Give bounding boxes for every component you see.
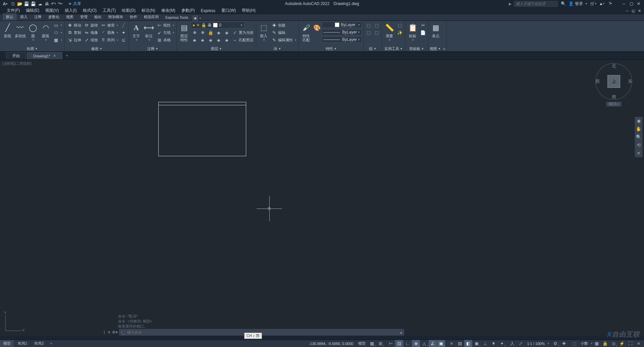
polar-toggle[interactable]: ⊕▾ (412, 340, 420, 347)
drawing-area[interactable]: [-][俯视][二维线框] YX 北 南 西 东 上 WCS▾ ◉ ✋ 🔍 ⟲ … (0, 60, 644, 336)
rtab-annotate[interactable]: 注释 (31, 13, 45, 20)
rtab-collab[interactable]: 协作 (126, 13, 141, 20)
layer-combo[interactable]: ● ☀ 🔓 🖶 0 ▼ (191, 22, 245, 28)
lineweight-combo[interactable]: ByLayer▼ (322, 29, 362, 35)
text-button[interactable]: A文字▼ (130, 22, 142, 46)
mirror-button[interactable]: ⇋镜像 (83, 29, 99, 36)
annotation-scale[interactable]: 1:1 / 100% (525, 342, 547, 346)
selection-filter[interactable]: ▼ (489, 340, 497, 347)
viewcube[interactable]: 北 南 西 东 上 WCS▾ (594, 63, 634, 107)
redo-icon[interactable]: ↷▾ (57, 1, 63, 7)
annotation-visibility[interactable]: 人 (508, 340, 516, 347)
menu-window[interactable]: 窗口(W) (219, 7, 238, 14)
edit-block-btn[interactable]: ✎编辑 (270, 29, 297, 36)
menu-insert[interactable]: 插入(I) (62, 7, 79, 14)
viewcube-east[interactable]: 东 (628, 78, 632, 84)
nav-showmotion-icon[interactable]: ≡ (635, 149, 642, 157)
viewport-label[interactable]: [-][俯视][二维线框] (2, 61, 32, 66)
rtab-output[interactable]: 输出 (91, 13, 105, 20)
wcs-badge[interactable]: WCS▾ (606, 102, 621, 106)
copy-clip-btn[interactable]: 📄 (419, 29, 427, 36)
nav-wheel-icon[interactable]: ◉ (635, 117, 642, 125)
rtab-manage[interactable]: 管理 (77, 13, 91, 20)
menu-tools[interactable]: 工具(T) (100, 7, 118, 14)
set-current-btn[interactable]: ✓置为当前 (231, 29, 255, 36)
rectangle-button[interactable]: ▭▾ (52, 22, 63, 28)
trim-button[interactable]: ✂修剪▾ (100, 22, 119, 28)
quick-props[interactable]: ▦ (593, 340, 601, 347)
rtab-express[interactable]: Express Tools (162, 14, 192, 20)
new-icon[interactable]: 🗋 (10, 1, 16, 7)
erase-button[interactable]: ╱ (120, 22, 127, 28)
workspace-switch[interactable]: ⚙▾ (551, 340, 559, 347)
chevron-down-icon[interactable]: ▾ (200, 17, 201, 20)
menu-dimension[interactable]: 标注(N) (139, 7, 158, 14)
autodesk-app-icon[interactable]: ▲▾ (598, 0, 605, 7)
color-combo[interactable]: ByLayer▼ (322, 22, 362, 28)
menu-view[interactable]: 视图(V) (43, 7, 61, 14)
cmd-close-icon[interactable]: ✕ (107, 330, 111, 335)
grid-toggle[interactable]: ▦▾ (368, 340, 376, 347)
panel-modify-title[interactable]: 修改▼ (66, 46, 127, 51)
isodraft-toggle[interactable]: ◬▾ (420, 340, 428, 347)
layout-tab-model[interactable]: 模型 (0, 340, 14, 347)
layer-btn8[interactable]: ◈ (207, 37, 214, 43)
clean-screen[interactable]: ⛶ (626, 340, 634, 347)
rtab-featured[interactable]: 精选应用 (141, 13, 162, 20)
rtab-default[interactable]: 默认 (3, 13, 17, 20)
layer-btn5[interactable]: ◈ (223, 29, 230, 36)
search-input[interactable] (516, 2, 556, 6)
props-palette-button[interactable]: 🎨 (313, 22, 321, 46)
cmd-drag-handle[interactable] (103, 331, 106, 334)
plot-icon[interactable]: 🖶 (44, 1, 50, 7)
ellipse-button[interactable]: ⬭▾ (52, 29, 63, 36)
model-space-toggle[interactable]: 模型 (356, 341, 368, 346)
hatch-button[interactable]: ▦▾ (52, 37, 63, 43)
search-icon[interactable]: 🔍 (560, 0, 567, 7)
dynamic-input-toggle[interactable]: ⊡ (395, 340, 403, 347)
gizmo-toggle[interactable]: ✦▾ (498, 340, 506, 347)
transparency-toggle[interactable]: ▨ (456, 340, 464, 347)
util-btn2[interactable]: ✨ (396, 29, 404, 36)
cmd-expand-icon[interactable]: ▴ (400, 330, 402, 335)
panel-props-title[interactable]: 特性▼ (300, 46, 362, 51)
viewcube-top-face[interactable]: 上 (607, 75, 620, 88)
dynamic-ucs-toggle[interactable]: ⊥ (481, 340, 489, 347)
measure-button[interactable]: 📏测量▼ (383, 22, 395, 46)
group-edit-btn[interactable]: ⬚ (365, 29, 372, 36)
hardware-accel[interactable]: ⚡ (618, 340, 626, 347)
nav-orbit-icon[interactable]: ⟲ (635, 141, 642, 149)
infer-constraints-toggle[interactable]: ⊢ (387, 340, 395, 347)
rtab-view[interactable]: 视图 (63, 13, 77, 20)
copy-button[interactable]: ⧉复制 (66, 29, 82, 36)
cmd-options-icon[interactable]: ⚙▾ (112, 330, 118, 335)
layout-tab-layout1[interactable]: 布局1 (14, 340, 31, 347)
table-button[interactable]: ⊞表格 (156, 37, 175, 43)
isolate-objects[interactable]: ◎▾ (609, 340, 618, 347)
mdi-restore[interactable]: ◱ (631, 8, 636, 13)
cut-btn[interactable]: ✂ (419, 22, 427, 28)
panel-draw-title[interactable]: 绘图▼ (1, 46, 63, 51)
panel-util-title[interactable]: 实用工具▼ (383, 46, 404, 51)
scale-dropdown[interactable]: ▾ (548, 342, 549, 345)
polyline-button[interactable]: 〰多段线 (14, 22, 26, 46)
stretch-button[interactable]: ⇲拉伸 (66, 37, 82, 43)
panel-block-title[interactable]: 块▼ (258, 46, 297, 51)
arc-button[interactable]: ◠圆弧▼ (40, 22, 52, 46)
annotation-monitor[interactable]: ✚ (560, 340, 568, 347)
array-button[interactable]: ⠿阵列▾ (100, 37, 119, 43)
layer-off-btn[interactable]: ❄ (191, 29, 198, 36)
tab-close-icon[interactable]: ✕ (53, 54, 56, 58)
app-logo-icon[interactable]: A▾ (2, 1, 8, 7)
3dosnap-toggle[interactable]: ▣▾ (473, 340, 481, 347)
layer-btn10[interactable]: ◈ (223, 37, 230, 43)
util-btn1[interactable]: ⬚ (396, 22, 404, 28)
circle-button[interactable]: ◯圆▼ (27, 22, 39, 46)
autoscale-toggle[interactable]: ⤢ (517, 340, 525, 347)
otrack-toggle[interactable]: ∠ (429, 340, 437, 347)
offset-button[interactable]: ⊆ (120, 37, 127, 43)
tab-drawing1[interactable]: Drawing1* ✕ (27, 52, 62, 59)
move-button[interactable]: ✥移动 (66, 22, 82, 28)
layer-btn7[interactable]: ◈ (199, 37, 206, 43)
rtab-parametric[interactable]: 参数化 (45, 13, 63, 20)
